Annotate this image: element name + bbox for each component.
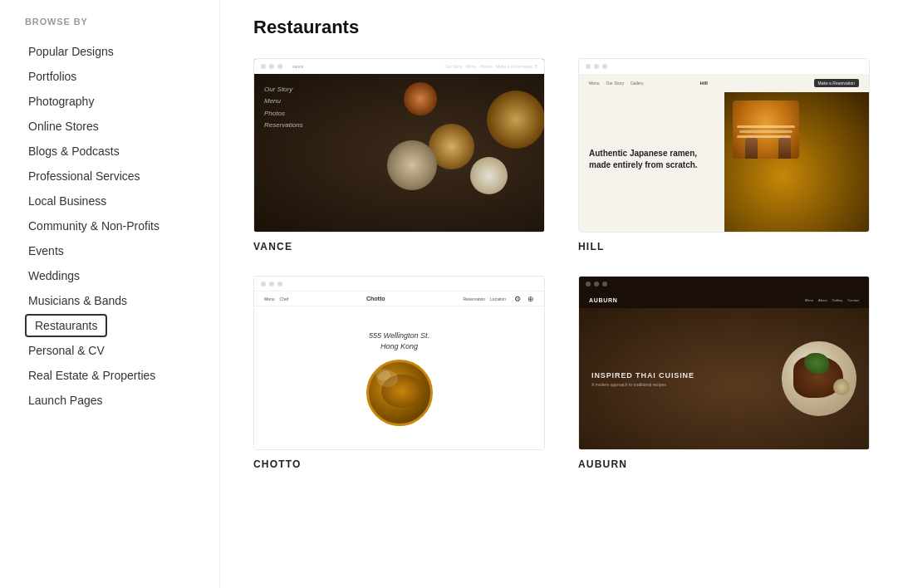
sidebar-item-launch-pages[interactable]: Launch Pages: [25, 389, 110, 412]
sidebar-item-popular-designs[interactable]: Popular Designs: [25, 40, 120, 63]
main-content: Restaurants vance Our Story Menu Photos …: [220, 0, 903, 588]
sidebar-item-professional-services[interactable]: Professional Services: [25, 164, 147, 188]
sidebar-item-community-nonprofits[interactable]: Community & Non-Profits: [25, 214, 166, 238]
sidebar-item-real-estate[interactable]: Real Estate & Properties: [25, 364, 162, 387]
sidebar-item-online-stores[interactable]: Online Stores: [25, 115, 106, 138]
sidebar-item-restaurants[interactable]: Restaurants: [25, 314, 107, 337]
sidebar-item-local-business[interactable]: Local Business: [25, 189, 113, 213]
template-name-chotto: CHOTTO: [253, 458, 545, 470]
template-thumbnail-auburn: AUBURN Menu About Gallery Contact: [578, 276, 870, 450]
chotto-address: 555 Wellington St.Hong Kong: [369, 331, 429, 353]
template-card-auburn[interactable]: AUBURN Menu About Gallery Contact: [578, 276, 870, 470]
templates-grid: vance Our Story Menu Photos Make a Reser…: [253, 58, 870, 470]
sidebar-item-personal-cv[interactable]: Personal & CV: [25, 339, 111, 362]
sidebar-item-musicians-bands[interactable]: Musicians & Bands: [25, 289, 134, 312]
template-thumbnail-vance: vance Our Story Menu Photos Make a Reser…: [253, 58, 545, 233]
template-thumbnail-hill: Menu Our Story Gallery Hill Make a Reser…: [578, 58, 870, 233]
template-name-auburn: AUBURN: [578, 458, 870, 470]
template-card-vance[interactable]: vance Our Story Menu Photos Make a Reser…: [253, 58, 545, 252]
sidebar-item-weddings[interactable]: Weddings: [25, 264, 86, 287]
template-card-hill[interactable]: Menu Our Story Gallery Hill Make a Reser…: [578, 58, 870, 252]
template-card-chotto[interactable]: Menu Chef Chotto Reservation Location ⚙ …: [253, 276, 545, 470]
sidebar-item-events[interactable]: Events: [25, 239, 71, 262]
chotto-bowl-image: [366, 360, 433, 426]
template-thumbnail-chotto: Menu Chef Chotto Reservation Location ⚙ …: [253, 276, 545, 450]
browse-by-label: BROWSE BY: [25, 17, 194, 27]
template-name-hill: HILL: [578, 241, 870, 252]
sidebar-item-portfolios[interactable]: Portfolios: [25, 65, 83, 88]
sidebar: BROWSE BY Popular DesignsPortfoliosPhoto…: [0, 0, 220, 588]
sidebar-item-blogs-podcasts[interactable]: Blogs & Podcasts: [25, 140, 126, 163]
sidebar-nav: Popular DesignsPortfoliosPhotographyOnli…: [25, 40, 194, 412]
sidebar-item-photography[interactable]: Photography: [25, 90, 101, 113]
template-name-vance: VANCE: [253, 241, 545, 252]
page-title: Restaurants: [253, 17, 870, 38]
